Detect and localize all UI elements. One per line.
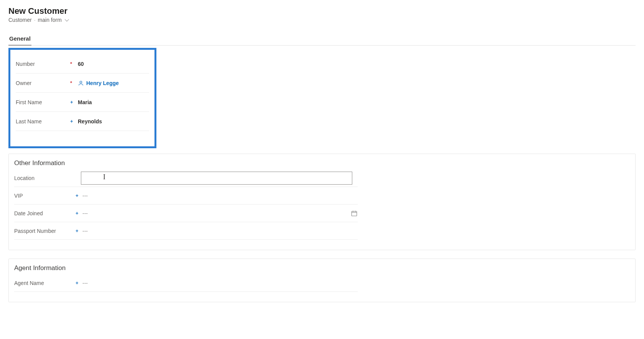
tab-general[interactable]: General bbox=[8, 33, 31, 46]
recommended-indicator: + bbox=[76, 193, 81, 198]
breadcrumb: Customer · main form bbox=[8, 17, 636, 23]
field-owner-label: Owner bbox=[16, 80, 70, 86]
field-passport-number-label: Passport Number bbox=[14, 228, 76, 234]
tab-row: General bbox=[8, 33, 636, 46]
field-last-name[interactable]: Last Name + Reynolds bbox=[16, 112, 149, 131]
required-indicator: * bbox=[70, 61, 76, 67]
field-number-label: Number bbox=[16, 61, 70, 67]
field-first-name[interactable]: First Name + Maria bbox=[16, 93, 149, 112]
person-icon bbox=[78, 80, 84, 86]
field-agent-name[interactable]: Agent Name + --- bbox=[14, 274, 358, 292]
field-number-value[interactable]: 60 bbox=[76, 58, 149, 70]
field-passport-number[interactable]: Passport Number + --- bbox=[14, 222, 358, 240]
field-agent-name-label: Agent Name bbox=[14, 280, 76, 286]
field-last-name-label: Last Name bbox=[16, 118, 70, 124]
location-input[interactable] bbox=[81, 172, 352, 185]
recommended-indicator: + bbox=[76, 280, 81, 286]
agent-information-section: Agent Information Agent Name + --- bbox=[8, 259, 636, 302]
form-selector-label: main form bbox=[38, 17, 62, 23]
general-section-highlight: Number * 60 Owner * Henry Legge First Na… bbox=[8, 48, 156, 148]
field-number[interactable]: Number * 60 bbox=[16, 54, 149, 74]
agent-information-title: Agent Information bbox=[14, 264, 630, 272]
chevron-down-icon bbox=[65, 17, 69, 21]
field-first-name-label: First Name bbox=[16, 99, 70, 105]
recommended-indicator: + bbox=[70, 99, 76, 105]
field-vip[interactable]: VIP + --- bbox=[14, 187, 358, 205]
field-owner[interactable]: Owner * Henry Legge bbox=[16, 74, 149, 93]
recommended-indicator: + bbox=[70, 118, 76, 124]
field-location[interactable]: Location I bbox=[14, 169, 358, 187]
field-date-joined-value[interactable]: --- bbox=[81, 207, 358, 219]
field-last-name-value[interactable]: Reynolds bbox=[76, 115, 149, 128]
page-header: New Customer Customer · main form bbox=[8, 6, 636, 23]
owner-link[interactable]: Henry Legge bbox=[78, 80, 119, 86]
field-date-joined[interactable]: Date Joined + --- bbox=[14, 205, 358, 222]
owner-name: Henry Legge bbox=[86, 80, 119, 86]
other-information-title: Other Information bbox=[14, 159, 630, 167]
recommended-indicator: + bbox=[76, 210, 81, 216]
field-date-joined-label: Date Joined bbox=[14, 210, 76, 216]
field-location-label: Location bbox=[14, 175, 76, 181]
other-information-section: Other Information Location I VIP + --- D… bbox=[8, 154, 636, 250]
field-first-name-value[interactable]: Maria bbox=[76, 96, 149, 108]
field-vip-label: VIP bbox=[14, 193, 76, 199]
field-passport-number-value[interactable]: --- bbox=[81, 225, 358, 237]
breadcrumb-separator: · bbox=[34, 17, 36, 23]
form-selector[interactable]: main form bbox=[38, 17, 68, 23]
field-vip-value[interactable]: --- bbox=[81, 190, 358, 202]
field-owner-value[interactable]: Henry Legge bbox=[76, 77, 149, 89]
svg-rect-0 bbox=[352, 211, 357, 216]
calendar-icon[interactable] bbox=[351, 210, 358, 217]
page-title: New Customer bbox=[8, 6, 636, 16]
field-agent-name-value[interactable]: --- bbox=[81, 277, 358, 289]
breadcrumb-entity: Customer bbox=[8, 17, 32, 23]
recommended-indicator: + bbox=[76, 228, 81, 234]
required-indicator: * bbox=[70, 80, 76, 86]
